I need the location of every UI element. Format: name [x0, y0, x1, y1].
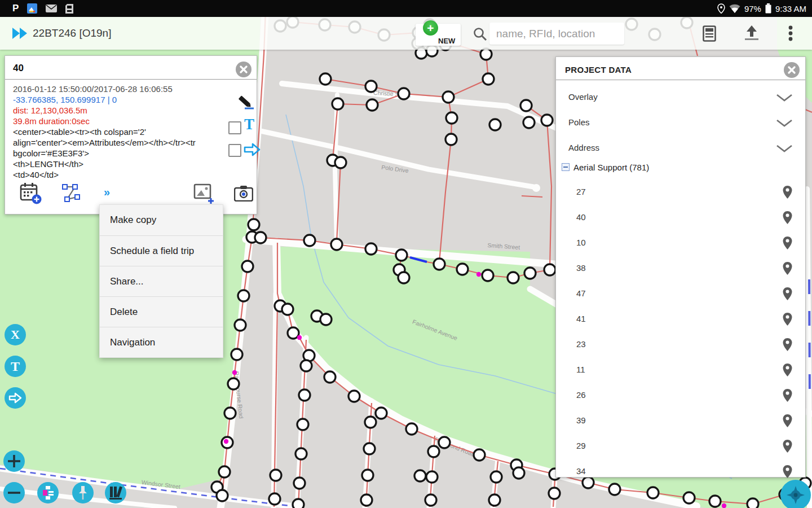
place-pin-icon[interactable] — [782, 465, 793, 479]
chevron-down-icon — [776, 119, 793, 128]
direction-button[interactable] — [5, 387, 26, 409]
menu-item[interactable]: Make copy — [100, 205, 223, 235]
close-icon[interactable] — [236, 62, 251, 77]
search-input[interactable] — [489, 23, 624, 45]
layers-filter-button[interactable] — [37, 482, 59, 503]
edit-pencil-icon[interactable] — [235, 93, 257, 112]
section-label: Poles — [568, 117, 590, 127]
project-row[interactable]: 39 — [556, 409, 805, 434]
row-label: 34 — [576, 466, 586, 476]
place-pin-icon[interactable] — [782, 287, 793, 301]
menu-item[interactable]: Schedule a field trip — [100, 235, 223, 266]
pin-tool-icon — [77, 485, 89, 500]
zoom-in-button[interactable] — [3, 450, 25, 472]
arrow-right-icon — [8, 392, 22, 404]
my-location-compass-button[interactable] — [780, 480, 811, 508]
feature-duration: 39.8m duration:0sec — [13, 116, 227, 126]
row-label: 26 — [576, 390, 586, 400]
search-field[interactable] — [489, 23, 624, 45]
project-row[interactable]: 34 — [556, 459, 805, 485]
mail-icon — [46, 5, 57, 12]
direction-arrow-icon[interactable] — [244, 142, 261, 157]
row-label: 29 — [576, 441, 586, 450]
wifi-icon — [729, 4, 740, 14]
t-icon: T — [11, 359, 20, 374]
calculator-icon[interactable] — [703, 25, 716, 42]
feature-html-snippet: <center><table><tr><th colspan='2'align=… — [13, 126, 227, 180]
label-checkbox[interactable] — [228, 121, 241, 134]
library-icon — [108, 485, 123, 500]
camera-icon[interactable] — [234, 186, 253, 202]
calendar-add-icon[interactable] — [20, 182, 42, 205]
plus-icon — [7, 454, 21, 468]
more-actions-icon[interactable]: » — [104, 186, 111, 199]
project-row[interactable]: 47 — [556, 282, 805, 307]
project-row[interactable]: 23 — [556, 332, 805, 358]
place-pin-icon[interactable] — [782, 185, 793, 199]
feature-coordinates[interactable]: -33.766385, 150.699917 | 0 — [13, 94, 227, 105]
project-row[interactable]: 10 — [556, 231, 805, 256]
app-screen: Christie StreetPolo DriveSmith StreetFai… — [0, 0, 812, 508]
place-pin-icon[interactable] — [782, 261, 793, 275]
x-icon: X — [11, 327, 20, 342]
page-title: 22BT246 [O19n] — [33, 17, 111, 50]
place-pin-icon[interactable] — [782, 439, 793, 453]
row-label: 38 — [576, 263, 586, 273]
project-row[interactable]: 40 — [556, 205, 805, 231]
section-label: Address — [568, 143, 599, 152]
row-label: 40 — [576, 212, 586, 222]
feature-title: 40 — [13, 63, 24, 74]
place-pin-icon[interactable] — [782, 414, 793, 428]
section-address[interactable]: Address — [556, 137, 805, 160]
location-icon — [717, 3, 725, 14]
project-row[interactable]: 29 — [556, 434, 805, 459]
project-panel-title: PROJECT DATA — [565, 65, 632, 75]
zoom-out-button[interactable] — [3, 482, 25, 503]
row-label: 41 — [576, 314, 586, 323]
new-button[interactable]: + NEW — [416, 24, 461, 46]
project-row[interactable]: 26 — [556, 383, 805, 409]
project-row[interactable]: 11 — [556, 358, 805, 383]
upload-icon[interactable] — [744, 25, 759, 41]
menu-item[interactable]: Share... — [100, 266, 223, 296]
overflow-menu-icon[interactable] — [788, 25, 793, 43]
place-pin-icon[interactable] — [782, 211, 793, 225]
project-row[interactable]: 38 — [556, 256, 805, 282]
delete-point-button[interactable]: X — [5, 324, 26, 345]
feature-info-panel: 40 2016-01-12 15:50:00/2017-06-28 16:06:… — [5, 55, 257, 214]
place-pin-icon[interactable] — [782, 363, 793, 377]
section-overlay[interactable]: Overlay — [556, 86, 805, 109]
direction-checkbox[interactable] — [228, 144, 241, 157]
context-menu: Make copySchedule a field tripShare...De… — [99, 204, 223, 358]
pin-tool-button[interactable] — [72, 482, 94, 503]
add-image-icon[interactable] — [193, 183, 215, 205]
library-button[interactable] — [105, 482, 126, 503]
tree-item-label: Aerial Support (781) — [573, 163, 649, 172]
measure-path-icon[interactable] — [61, 183, 82, 204]
clock: 9:33 AM — [775, 4, 806, 14]
menu-item[interactable]: Delete — [100, 296, 223, 327]
menu-item[interactable]: Navigation — [100, 327, 223, 357]
project-row[interactable]: 41 — [556, 307, 805, 332]
tree-collapse-icon[interactable] — [562, 163, 570, 171]
place-pin-icon[interactable] — [782, 236, 793, 250]
tree-item-aerial-support[interactable]: Aerial Support (781) — [562, 161, 649, 173]
close-icon[interactable] — [784, 62, 800, 78]
place-pin-icon[interactable] — [782, 338, 793, 352]
new-plus-icon: + — [423, 20, 438, 36]
feature-distance: dist: 12,130,036.5m — [13, 105, 227, 116]
text-label-button[interactable]: T — [5, 356, 26, 377]
text-label-icon[interactable]: T — [244, 116, 254, 133]
fast-forward-icon[interactable] — [12, 28, 28, 39]
new-button-label: NEW — [438, 37, 455, 45]
p-app-icon: P — [12, 3, 19, 14]
gallery-icon — [27, 3, 37, 14]
row-label: 39 — [576, 415, 586, 425]
place-pin-icon[interactable] — [782, 312, 793, 326]
search-icon — [473, 27, 487, 41]
divider — [556, 80, 805, 80]
section-poles[interactable]: Poles — [556, 112, 805, 134]
place-pin-icon[interactable] — [782, 388, 793, 402]
project-row[interactable]: 27 — [556, 180, 805, 205]
section-label: Overlay — [568, 92, 598, 102]
